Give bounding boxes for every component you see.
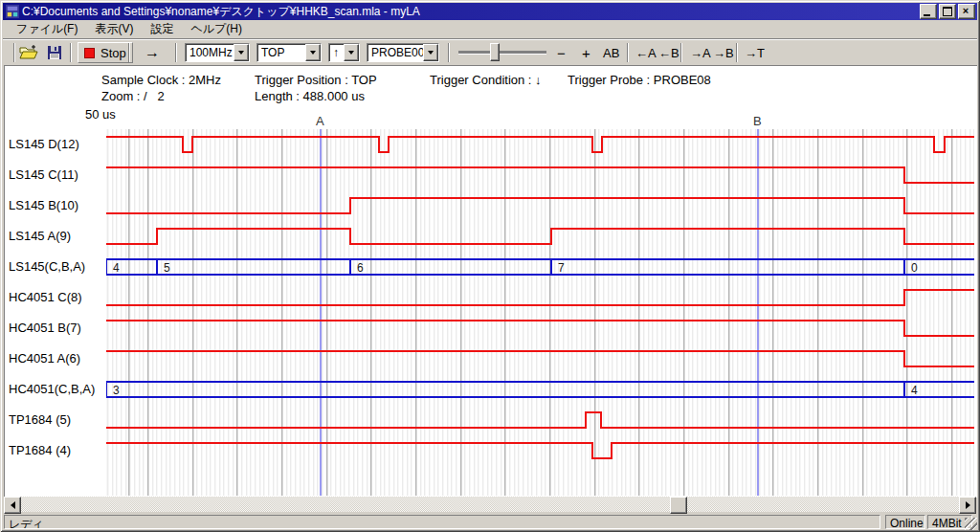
channel-label: LS145 B(10) bbox=[9, 198, 78, 213]
sample-clock-select[interactable]: 100MHz bbox=[185, 43, 250, 62]
open-folder-icon bbox=[19, 45, 38, 60]
move-b-right-button[interactable]: →B bbox=[710, 42, 737, 63]
menu-file[interactable]: ファイル(F) bbox=[8, 19, 86, 39]
toolbar-separator bbox=[128, 43, 130, 62]
waveform-channel-3 bbox=[106, 229, 974, 244]
horizontal-scrollbar[interactable] bbox=[4, 497, 976, 512]
chevron-down-icon bbox=[310, 51, 316, 55]
trigger-position-dropdown-button[interactable] bbox=[305, 44, 321, 61]
maximize-icon bbox=[943, 7, 952, 16]
bus-value: 3 bbox=[113, 384, 120, 397]
trigger-position-select[interactable]: TOP bbox=[256, 43, 322, 62]
goto-trigger-button[interactable]: →T bbox=[742, 42, 768, 63]
waveform-plot[interactable]: 4567034 bbox=[106, 129, 974, 496]
zoom-slider-thumb[interactable] bbox=[490, 43, 500, 61]
marker-b-label: B bbox=[753, 114, 762, 128]
bus-value: 6 bbox=[357, 261, 364, 275]
bus-channel-8 bbox=[106, 382, 974, 397]
waveform-channel-0 bbox=[106, 137, 974, 152]
channel-label: TP1684 (4) bbox=[9, 443, 71, 458]
channel-label: HC4051 C(8) bbox=[9, 290, 82, 305]
waveform-client-area: Sample Clock : 2MHz Trigger Position : T… bbox=[4, 65, 977, 498]
probe-value: PROBE00 bbox=[368, 44, 423, 61]
time-scale-label: 50 us bbox=[85, 107, 116, 122]
channel-label: HC4051 A(6) bbox=[9, 351, 80, 366]
trigger-edge-select[interactable]: ↑ bbox=[328, 43, 360, 62]
app-window: C:¥Documents and Settings¥noname¥デスクトップ¥… bbox=[0, 0, 980, 532]
bus-value: 5 bbox=[164, 261, 170, 275]
toolbar-separator bbox=[736, 43, 738, 62]
bus-channel-4 bbox=[106, 259, 974, 275]
maximize-button[interactable] bbox=[939, 4, 956, 19]
waveform-channel-10 bbox=[106, 443, 974, 458]
toolbar-separator bbox=[70, 43, 72, 62]
online-status-badge: Online bbox=[885, 515, 925, 529]
arrow-right-icon bbox=[966, 501, 970, 509]
channel-label: LS145(C,B,A) bbox=[9, 259, 85, 275]
channel-label: HC4051(C,B,A) bbox=[9, 382, 95, 397]
stop-icon bbox=[84, 48, 95, 58]
run-button[interactable]: → bbox=[136, 42, 168, 63]
minimize-button[interactable] bbox=[920, 4, 937, 19]
length-info: Length : 488.000 us bbox=[255, 89, 365, 103]
toolbar-separator bbox=[680, 43, 682, 62]
trigger-probe-info: Trigger Probe : PROBE08 bbox=[568, 73, 711, 87]
toolbar-separator bbox=[175, 43, 177, 62]
trigger-position-value: TOP bbox=[257, 44, 305, 61]
resize-grip[interactable] bbox=[965, 518, 977, 530]
trigger-edge-value: ↑ bbox=[329, 44, 344, 61]
bus-value: 0 bbox=[911, 261, 918, 275]
window-title: C:¥Documents and Settings¥noname¥デスクトップ¥… bbox=[22, 4, 916, 20]
channel-label: LS145 D(12) bbox=[9, 137, 79, 152]
sample-clock-dropdown-button[interactable] bbox=[234, 44, 249, 61]
close-button[interactable]: × bbox=[958, 4, 975, 19]
waveform-channel-9 bbox=[106, 412, 974, 428]
waveform-canvas: 4567034 bbox=[106, 129, 974, 496]
waveform-channel-1 bbox=[106, 167, 974, 183]
chevron-down-icon bbox=[428, 51, 434, 55]
sample-clock-value: 100MHz bbox=[186, 44, 234, 61]
menu-help[interactable]: ヘルプ(H) bbox=[182, 19, 251, 39]
trigger-condition-info: Trigger Condition : ↓ bbox=[430, 73, 542, 87]
arrow-left-icon bbox=[11, 501, 15, 509]
save-button[interactable] bbox=[43, 42, 66, 63]
zoom-out-button[interactable]: − bbox=[554, 42, 568, 63]
zoom-slider[interactable] bbox=[458, 51, 546, 54]
scroll-right-button[interactable] bbox=[959, 497, 976, 514]
chevron-down-icon bbox=[238, 51, 244, 55]
chevron-down-icon bbox=[348, 51, 354, 55]
scrollbar-thumb[interactable] bbox=[670, 497, 687, 514]
waveform-channel-7 bbox=[106, 351, 974, 366]
probe-dropdown-button[interactable] bbox=[423, 44, 438, 61]
status-bar: レディ Online 4MBit bbox=[3, 514, 977, 530]
waveform-channel-2 bbox=[106, 198, 974, 213]
waveform-channel-5 bbox=[106, 290, 974, 305]
floppy-disk-icon bbox=[47, 45, 62, 60]
bus-value: 7 bbox=[558, 261, 565, 275]
title-bar: C:¥Documents and Settings¥noname¥デスクトップ¥… bbox=[3, 3, 977, 20]
probe-select[interactable]: PROBE00 bbox=[367, 43, 439, 62]
stop-button[interactable]: Stop bbox=[78, 42, 133, 63]
toolbar-separator bbox=[13, 43, 15, 62]
menu-view[interactable]: 表示(V) bbox=[86, 19, 142, 39]
sample-clock-info: Sample Clock : 2MHz bbox=[101, 73, 221, 87]
bus-value: 4 bbox=[911, 384, 918, 397]
ab-span-button[interactable]: AB bbox=[600, 42, 622, 63]
close-icon: × bbox=[959, 4, 972, 17]
menu-bar: ファイル(F) 表示(V) 設定 ヘルプ(H) bbox=[3, 20, 977, 38]
scroll-left-button[interactable] bbox=[4, 497, 21, 514]
open-file-button[interactable] bbox=[17, 42, 40, 63]
app-icon bbox=[6, 5, 19, 18]
menu-settings[interactable]: 設定 bbox=[142, 19, 182, 39]
toolbar: Stop → 100MHz TOP ↑ PROBE00 − + AB ←A ←B bbox=[3, 38, 977, 66]
channel-label: LS145 C(11) bbox=[9, 167, 78, 183]
channel-label: LS145 A(9) bbox=[9, 229, 71, 244]
zoom-in-button[interactable]: + bbox=[579, 42, 593, 63]
channel-label: HC4051 B(7) bbox=[9, 321, 81, 336]
trigger-edge-dropdown-button[interactable] bbox=[344, 44, 359, 61]
marker-a-label: A bbox=[316, 114, 324, 128]
trigger-position-info: Trigger Position : TOP bbox=[255, 73, 377, 87]
toolbar-separator bbox=[448, 43, 450, 62]
move-b-left-button[interactable]: ←B bbox=[656, 42, 682, 63]
waveform-channel-6 bbox=[106, 321, 974, 336]
